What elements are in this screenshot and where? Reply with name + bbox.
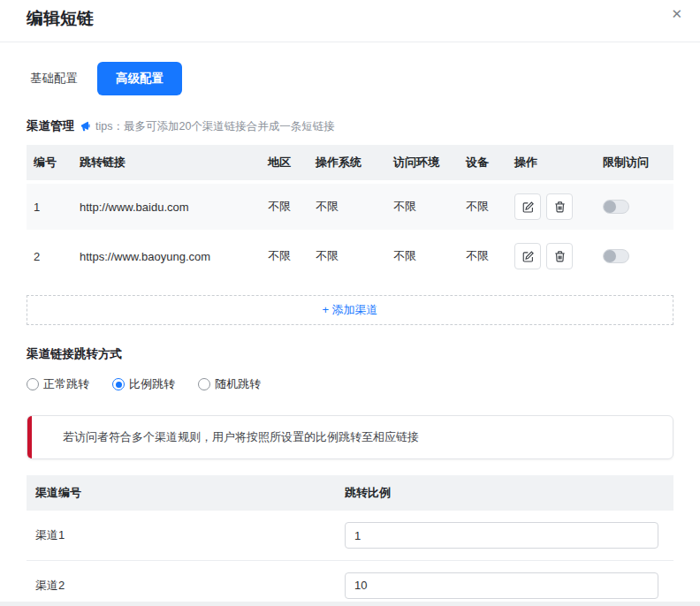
radio-icon (198, 378, 210, 390)
col-header-device: 设备 (466, 155, 514, 170)
col-header-os: 操作系统 (316, 155, 393, 170)
col-header-restrict: 限制访问 (603, 155, 673, 170)
edit-shortlink-modal: 编辑短链 ✕ 基础配置 高级配置 渠道管理 tips：最多可添加20个渠道链接合… (0, 0, 700, 606)
toggle-knob (604, 250, 616, 262)
radio-label: 比例跳转 (129, 376, 175, 392)
row-region: 不限 (268, 248, 316, 264)
delete-button[interactable] (546, 193, 573, 220)
jump-mode-options: 正常跳转 比例跳转 随机跳转 (27, 376, 673, 392)
ratio-col-channel: 渠道编号 (27, 485, 345, 501)
radio-normal-jump[interactable]: 正常跳转 (27, 376, 89, 392)
modal-header: 编辑短链 ✕ (0, 0, 700, 30)
edit-icon (521, 250, 535, 263)
channel-section-label: 渠道管理 (27, 118, 74, 134)
row-os: 不限 (316, 199, 393, 215)
config-tabs: 基础配置 高级配置 (27, 62, 673, 95)
ratio-col-ratio: 跳转比例 (345, 485, 673, 501)
row-region: 不限 (268, 199, 316, 215)
row-restrict (603, 200, 673, 214)
alert-accent-bar (27, 416, 32, 458)
edit-button[interactable] (514, 193, 541, 220)
row-no: 2 (27, 250, 80, 263)
restrict-access-toggle[interactable] (603, 200, 629, 214)
restrict-access-toggle[interactable] (603, 249, 629, 263)
edit-icon (521, 201, 535, 214)
ratio-channel-name: 渠道1 (27, 527, 345, 543)
channel-table: 编号 跳转链接 地区 操作系统 访问环境 设备 操作 限制访问 1 http:/… (27, 145, 673, 279)
ratio-input-channel1[interactable] (345, 522, 658, 549)
channel-tips-text: tips：最多可添加20个渠道链接合并成一条短链接 (95, 119, 335, 134)
trash-icon (553, 201, 567, 214)
ratio-info-alert: 若访问者符合多个渠道规则，用户将按照所设置的比例跳转至相应链接 (27, 415, 673, 459)
channel-section-header: 渠道管理 tips：最多可添加20个渠道链接合并成一条短链接 (27, 118, 673, 134)
tab-basic-config[interactable]: 基础配置 (27, 62, 81, 95)
col-header-region: 地区 (268, 155, 316, 170)
delete-button[interactable] (546, 243, 573, 269)
edit-button[interactable] (514, 243, 541, 269)
ratio-channel-name: 渠道2 (27, 578, 345, 594)
radio-icon (27, 378, 39, 390)
row-actions (514, 193, 603, 220)
radio-label: 正常跳转 (43, 376, 89, 392)
channel-table-header: 编号 跳转链接 地区 操作系统 访问环境 设备 操作 限制访问 (27, 145, 673, 180)
bottom-cutoff-strip (0, 602, 700, 606)
row-url: https://www.baoyung.com (80, 250, 268, 263)
radio-ratio-jump[interactable]: 比例跳转 (112, 376, 175, 392)
ratio-row: 渠道2 (27, 560, 673, 606)
row-os: 不限 (316, 248, 393, 264)
col-header-actions: 操作 (514, 155, 603, 170)
col-header-url: 跳转链接 (80, 155, 268, 170)
tab-advanced-config[interactable]: 高级配置 (97, 62, 182, 95)
header-divider (0, 42, 700, 42)
radio-label: 随机跳转 (215, 376, 261, 392)
col-header-env: 访问环境 (393, 155, 466, 170)
row-device: 不限 (466, 248, 514, 264)
ratio-input-channel2[interactable] (345, 572, 658, 599)
close-icon[interactable]: ✕ (667, 4, 686, 24)
row-url: http://www.baidu.com (80, 201, 268, 214)
row-env: 不限 (393, 248, 466, 264)
channel-table-row: 1 http://www.baidu.com 不限 不限 不限 不限 (27, 184, 673, 230)
trash-icon (553, 250, 567, 263)
row-restrict (603, 249, 673, 263)
modal-title: 编辑短链 (27, 7, 673, 30)
row-actions (514, 243, 603, 269)
row-no: 1 (27, 201, 80, 214)
row-device: 不限 (466, 199, 514, 215)
row-env: 不限 (393, 199, 466, 215)
ratio-table-header: 渠道编号 跳转比例 (27, 475, 673, 511)
jump-mode-label: 渠道链接跳转方式 (27, 346, 673, 362)
megaphone-icon (80, 120, 93, 133)
col-header-no: 编号 (27, 155, 80, 170)
radio-random-jump[interactable]: 随机跳转 (198, 376, 261, 392)
add-channel-button[interactable]: + 添加渠道 (27, 295, 673, 325)
alert-text: 若访问者符合多个渠道规则，用户将按照所设置的比例跳转至相应链接 (63, 430, 419, 443)
toggle-knob (604, 201, 616, 213)
channel-table-row: 2 https://www.baoyung.com 不限 不限 不限 不限 (27, 233, 673, 279)
ratio-table: 渠道编号 跳转比例 渠道1 渠道2 (27, 475, 673, 606)
ratio-row: 渠道1 (27, 511, 673, 560)
radio-icon-selected (112, 378, 125, 390)
